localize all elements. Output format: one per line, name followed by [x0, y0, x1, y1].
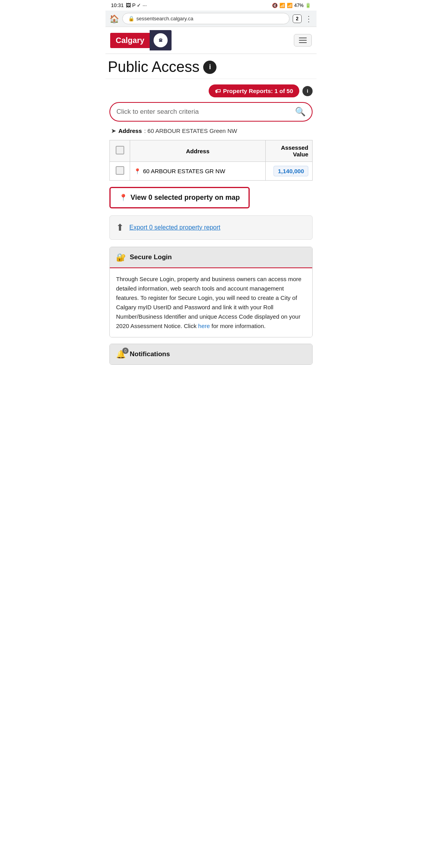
- status-signal-icon: 📶: [287, 3, 293, 8]
- status-bar: 10:31 🖼 P ✓ ··· 🔇 📶 📶 47% 🔋: [106, 0, 316, 11]
- status-wifi-icon: 📶: [279, 3, 285, 8]
- tabs-count[interactable]: 2: [293, 14, 302, 23]
- row-checkbox-cell: [110, 162, 130, 181]
- address-filter-value: : 60 ARBOUR ESTATES Green NW: [144, 127, 237, 134]
- select-all-checkbox[interactable]: [116, 146, 124, 154]
- hamburger-line-2: [299, 40, 307, 41]
- search-icon[interactable]: 🔍: [295, 107, 306, 117]
- export-row: ⬆ Export 0 selected property report: [109, 215, 313, 240]
- search-bar[interactable]: Click to enter search criteria 🔍: [109, 102, 313, 122]
- assessed-value-link[interactable]: 1,140,000: [274, 166, 308, 176]
- secure-login-section: 🔐 Secure Login Through Secure Login, pro…: [109, 247, 313, 337]
- header-checkbox-cell: [110, 140, 130, 162]
- hamburger-line-1: [299, 38, 307, 38]
- search-placeholder: Click to enter search criteria: [116, 108, 295, 116]
- address-filter-label: Address: [118, 127, 142, 134]
- row-assessed-value-cell: 1,140,000: [266, 162, 313, 181]
- results-table: Address AssessedValue 📍 60 ARBOUR ESTATE…: [109, 140, 313, 181]
- page-title-info-icon[interactable]: i: [203, 61, 216, 74]
- row-map-pin-icon: 📍: [134, 168, 141, 174]
- export-link[interactable]: Export 0 selected property report: [129, 224, 220, 231]
- address-arrow-icon: ➤: [111, 127, 116, 135]
- secure-login-here-link[interactable]: here: [198, 323, 210, 329]
- status-battery-icon: 🔋: [305, 3, 311, 8]
- status-right: 🔇 📶 📶 47% 🔋: [272, 3, 311, 8]
- property-reports-badge-text: Property Reports: 1 of 50: [223, 88, 293, 94]
- view-map-pin-icon: 📍: [119, 194, 127, 202]
- row-address-cell: 📍 60 ARBOUR ESTATES GR NW: [130, 162, 266, 181]
- property-reports-info-icon[interactable]: i: [302, 86, 313, 96]
- status-time: 10:31: [111, 2, 124, 8]
- more-menu-icon[interactable]: ⋮: [305, 14, 313, 23]
- page-title: Public Access: [108, 59, 199, 75]
- row-checkbox[interactable]: [116, 166, 124, 175]
- page-title-section: Public Access i: [106, 54, 316, 79]
- notification-badge: 0: [122, 348, 129, 354]
- status-icons: 🖼 P ✓ ···: [126, 2, 147, 8]
- secure-login-body: Through Secure Login, property and busin…: [110, 268, 312, 337]
- address-bar[interactable]: 🔒 sessentsearch.calgary.ca: [122, 13, 290, 24]
- row-address-text: 60 ARBOUR ESTATES GR NW: [143, 168, 225, 174]
- property-reports-badge: 🏷 Property Reports: 1 of 50: [209, 84, 299, 97]
- property-reports-row: 🏷 Property Reports: 1 of 50 i: [109, 84, 313, 97]
- header-address: Address: [130, 140, 266, 162]
- logo-crest: 🏛: [154, 33, 168, 47]
- table-row: 📍 60 ARBOUR ESTATES GR NW 1,140,000: [110, 162, 313, 181]
- notifications-title: Notifications: [130, 350, 170, 358]
- status-battery: 47%: [294, 3, 304, 8]
- home-icon[interactable]: 🏠: [109, 14, 119, 23]
- logo-text: Calgary: [110, 33, 150, 48]
- notifications-header: 🔔 0 Notifications: [110, 344, 312, 364]
- view-map-button-container: 📍 View 0 selected property on map: [109, 187, 313, 215]
- site-header: Calgary 🏛: [106, 27, 316, 54]
- secure-login-icon: 🔐: [116, 253, 126, 262]
- secure-login-body-text: Through Secure Login, property and busin…: [116, 276, 301, 329]
- address-cell-content: 📍 60 ARBOUR ESTATES GR NW: [134, 168, 261, 174]
- secure-login-header: 🔐 Secure Login: [110, 247, 312, 268]
- logo-crest-container: 🏛: [150, 30, 172, 50]
- view-map-button-label: View 0 selected property on map: [131, 194, 240, 202]
- url-text: sessentsearch.calgary.ca: [136, 16, 193, 22]
- export-icon: ⬆: [116, 222, 124, 233]
- main-content: 🏷 Property Reports: 1 of 50 i Click to e…: [106, 79, 316, 370]
- tag-icon: 🏷: [215, 88, 221, 94]
- notification-bell-wrap: 🔔 0: [116, 350, 126, 359]
- address-filter-row: ➤ Address : 60 ARBOUR ESTATES Green NW: [109, 127, 313, 135]
- logo: Calgary 🏛: [110, 30, 172, 50]
- status-left: 10:31 🖼 P ✓ ···: [111, 2, 147, 8]
- notifications-section: 🔔 0 Notifications: [109, 344, 313, 365]
- hamburger-menu-button[interactable]: [294, 34, 312, 47]
- browser-chrome: 🏠 🔒 sessentsearch.calgary.ca 2 ⋮: [106, 11, 316, 27]
- hamburger-line-3: [299, 42, 307, 43]
- view-map-button[interactable]: 📍 View 0 selected property on map: [109, 187, 250, 208]
- secure-login-title: Secure Login: [130, 253, 172, 261]
- lock-icon: 🔒: [128, 16, 134, 22]
- table-header-row: Address AssessedValue: [110, 140, 313, 162]
- header-assessed-value: AssessedValue: [266, 140, 313, 162]
- status-mute-icon: 🔇: [272, 3, 278, 8]
- secure-login-body-text-end: for more information.: [210, 323, 266, 329]
